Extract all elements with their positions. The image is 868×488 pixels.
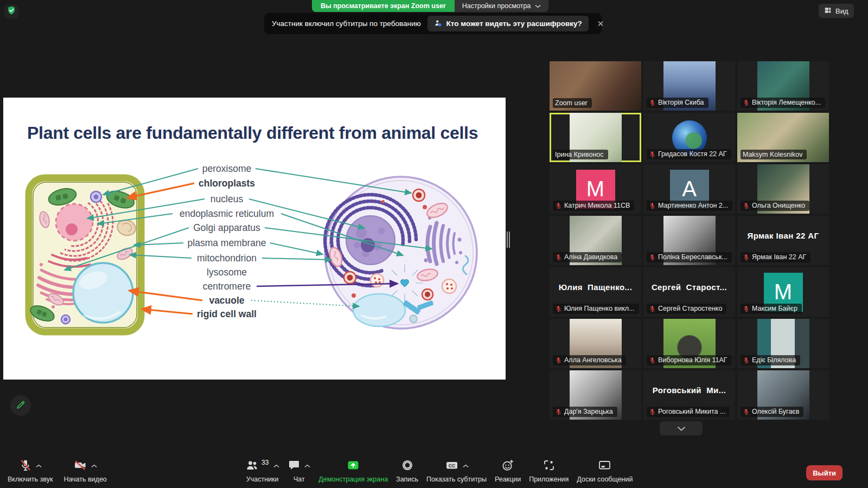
participant-name: Вікторія Скиба xyxy=(658,99,704,106)
participant-name: Аліна Давидкова xyxy=(564,254,617,261)
participant-tile[interactable]: Виборнова Юлія 11АГ xyxy=(643,319,735,368)
participant-tile[interactable]: MКатрич Микола 11СВ xyxy=(550,164,641,214)
participant-name-tag: Роговський Микита ... xyxy=(647,407,730,417)
mic-muted-icon xyxy=(555,357,562,364)
leave-meeting-button[interactable]: Выйти xyxy=(806,465,843,480)
mic-muted-icon xyxy=(649,357,656,364)
participant-name-tag: Едіє Білялова xyxy=(741,355,800,365)
notification-text: Участник включил субтитры по требованию xyxy=(272,20,421,28)
participant-tile[interactable]: Гридасов Костя 22 АГ xyxy=(643,113,735,162)
shield-check-icon xyxy=(7,5,16,17)
chevron-down-icon xyxy=(535,2,541,10)
mic-muted-icon xyxy=(649,408,656,415)
participant-tile[interactable]: Maksym Kolesnikov xyxy=(737,113,829,162)
participant-tile[interactable]: Аліна Давидкова xyxy=(550,216,641,265)
participant-name-tag: Максим Байєр xyxy=(741,304,802,314)
participant-name: Юлия Пащенко викл... xyxy=(564,305,635,312)
label-chloroplasts: chloroplasts xyxy=(199,178,255,189)
view-layout-icon xyxy=(824,7,832,16)
participant-name-tag: Вікторія Скиба xyxy=(647,98,709,108)
participant-name-tag: Сергей Старостенко xyxy=(647,304,726,314)
animal-cell-illustration xyxy=(325,177,477,329)
whiteboard-icon xyxy=(598,459,611,473)
participant-name-tag: Катрич Микола 11СВ xyxy=(553,201,634,211)
participant-tile[interactable]: AМартиненко Антон 2... xyxy=(643,164,735,214)
toolbar-item-chat[interactable]: Чат xyxy=(288,459,310,483)
label-vacuole: vacuole xyxy=(209,295,244,306)
toolbar-item-camera-muted[interactable]: Начать видео xyxy=(63,459,106,483)
participant-tile[interactable]: Юлия Пащенко...Юлия Пащенко викл... xyxy=(550,267,641,317)
toolbar-item-record[interactable]: Запись xyxy=(396,459,418,483)
participant-name-tag: Алла Ангеловська xyxy=(553,355,626,365)
label-centromere: centromere xyxy=(203,281,251,292)
mic-muted-icon xyxy=(649,254,656,261)
label-peroxisome: peroxisome xyxy=(202,163,251,174)
mic-muted-icon xyxy=(555,408,562,415)
participant-tile[interactable]: Роговський Ми...Роговський Микита ... xyxy=(643,370,735,420)
participant-name: Мартиненко Антон 2... xyxy=(658,202,728,209)
participant-tile[interactable]: Сергей Старост...Сергей Старостенко xyxy=(643,267,735,317)
toolbar-item-cc[interactable]: CCПоказать субтитры xyxy=(426,459,487,483)
who-can-see-transcript-button[interactable]: Кто может видеть эту расшифровку? xyxy=(427,16,589,31)
toolbar-item-mic-muted[interactable]: Включить звук xyxy=(8,459,53,483)
toolbar-label: Демонстрация экрана xyxy=(318,476,388,483)
label-nucleus: nucleus xyxy=(210,194,244,204)
toolbar-label: Чат xyxy=(293,476,305,483)
chevron-up-icon[interactable] xyxy=(463,462,469,470)
view-options-button[interactable]: Настройки просмотра xyxy=(455,0,549,12)
participant-name: Едіє Білялова xyxy=(752,357,796,364)
security-shield-button[interactable] xyxy=(4,4,18,18)
participant-tile[interactable]: Поліна Береславськ... xyxy=(643,216,735,265)
close-icon[interactable]: ✕ xyxy=(595,19,607,29)
participant-name: Zoom user xyxy=(555,100,588,107)
panel-resize-handle[interactable] xyxy=(507,232,510,248)
participant-tile[interactable]: Едіє Білялова xyxy=(737,319,829,368)
toolbar-label: Доски сообщений xyxy=(577,476,633,483)
chevron-up-icon[interactable] xyxy=(36,462,42,470)
toolbar-item-participants[interactable]: 33Участники xyxy=(245,459,279,483)
toolbar-label: Реакции xyxy=(495,476,521,483)
annotate-button[interactable] xyxy=(10,395,31,416)
participant-name-tag: Вікторія Лемещенко... xyxy=(741,98,825,108)
transcript-person-icon xyxy=(434,19,442,29)
participant-tile[interactable]: MМаксим Байєр xyxy=(737,267,829,317)
label-endoplasmic-reticulum: endoplasmic reticulum xyxy=(180,208,274,219)
participant-name-tag: Ольга Онищенко xyxy=(741,201,809,211)
participant-name-tag: Олексій Бугаєв xyxy=(741,407,803,417)
chevron-up-icon[interactable] xyxy=(304,462,310,470)
toolbar-item-whiteboard[interactable]: Доски сообщений xyxy=(577,459,633,483)
participant-name: Поліна Береславськ... xyxy=(658,254,727,261)
participant-tile[interactable]: Вікторія Скиба xyxy=(643,61,735,111)
participant-tile[interactable]: Дар'я Зарецька xyxy=(550,370,641,420)
chevron-up-icon[interactable] xyxy=(91,462,97,470)
participant-tile[interactable]: Алла Ангеловська xyxy=(550,319,641,368)
toolbar-item-apps[interactable]: Приложения xyxy=(529,459,569,483)
participants-icon xyxy=(245,459,259,473)
share-banner: Вы просматриваете экран Zoom user Настро… xyxy=(312,0,548,12)
participant-tile[interactable]: Вікторія Лемещенко... xyxy=(737,61,829,111)
participant-name-tag: Дар'я Зарецька xyxy=(553,407,617,417)
participant-name-tag: Виборнова Юлія 11АГ xyxy=(647,355,732,365)
participant-name: Ольга Онищенко xyxy=(752,202,805,209)
participant-tile[interactable]: Zoom user xyxy=(550,61,641,111)
participant-name-tag: Maksym Kolesnikov xyxy=(741,150,807,160)
sharing-status-banner: Вы просматриваете экран Zoom user xyxy=(312,0,455,12)
view-layout-button[interactable]: Вид xyxy=(819,4,854,18)
gallery-next-page-button[interactable] xyxy=(660,421,703,435)
toolbar-left-group: Включить звукНачать видео xyxy=(8,459,107,483)
record-icon xyxy=(401,459,414,473)
toolbar-item-screen-share[interactable]: Демонстрация экрана xyxy=(318,459,388,483)
apps-icon xyxy=(542,459,556,473)
toolbar-item-reactions[interactable]: Реакции xyxy=(495,459,521,483)
captions-notification: Участник включил субтитры по требованию … xyxy=(264,13,602,34)
mic-muted-icon xyxy=(555,202,562,209)
chevron-up-icon[interactable] xyxy=(273,462,279,470)
participant-tile[interactable]: Ірина Кривонос xyxy=(550,113,641,162)
participant-tile[interactable]: Ольга Онищенко xyxy=(737,164,829,214)
shared-screen-slide: Plant cells are fundamentally different … xyxy=(3,98,506,380)
participant-tile[interactable]: Олексій Бугаєв xyxy=(737,370,829,420)
participant-tile[interactable]: Ярмак Іван 22 АГЯрмак Іван 22 АГ xyxy=(737,216,829,265)
reactions-icon xyxy=(501,459,514,473)
mic-muted-icon xyxy=(743,357,750,364)
participant-name: Алла Ангеловська xyxy=(564,357,622,364)
